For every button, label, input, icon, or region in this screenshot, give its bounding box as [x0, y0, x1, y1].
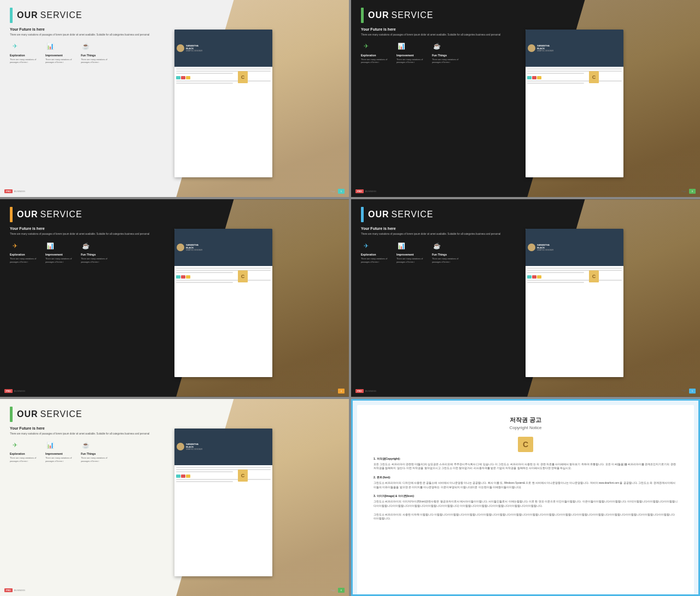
page-badge-2: 8	[689, 189, 696, 194]
improvement-desc-2: There are many variations of passages of…	[396, 59, 427, 65]
resume-line-4	[176, 80, 271, 82]
description-3: There are many variations of passages of…	[10, 233, 200, 236]
exploration-icon-3: ✈	[10, 241, 20, 251]
funthings-label-1: Fun Things	[81, 54, 96, 57]
pro-badge-5: PRO	[4, 588, 13, 592]
slide-header-3: OURSERVICE	[10, 207, 200, 222]
slide-title-2: OURSERVICE	[368, 10, 434, 20]
bar-teal	[176, 76, 180, 79]
footer-left-4: PRO BUSINESS	[355, 389, 376, 393]
pro-badge-4: PRO	[355, 389, 364, 393]
description-4: There are many variations of passages of…	[361, 233, 551, 236]
improvement-label-1: Improvement	[45, 54, 62, 57]
icon-exploration-3: ✈ Exploration There are many variations …	[10, 241, 40, 264]
funthings-icon-3: ☕	[81, 241, 91, 251]
icons-row-4: ✈ Exploration There are many variations …	[361, 241, 551, 264]
resume-card-1: SAMANTHA BLACK GRAPHIC DESIGNER	[174, 30, 272, 177]
slide-6: 저작권 공고 Copyright Notice C 1. 저작권(Copyrig…	[351, 399, 700, 596]
exploration-desc-1: There are many variations of passages of…	[10, 59, 40, 65]
page-label-1: Page	[331, 190, 335, 193]
improvement-icon-3: 📊	[45, 241, 55, 251]
footer-left-1: PRO BUSINESS	[4, 189, 25, 193]
slide-4: SAMANTHA BLACK GRAPHIC DESIGNER C	[351, 199, 700, 396]
slide-footer-2: PRO BUSINESS Page 8	[351, 189, 700, 194]
subtitle-5: Your Future is here	[10, 426, 200, 430]
bar-red	[181, 76, 185, 79]
pro-badge-3: PRO	[4, 389, 13, 393]
resume-card-3: SAMANTHA BLACK GRAPHIC DESIGNER	[174, 229, 272, 377]
description-1: There are many variations of passages of…	[10, 33, 200, 37]
accent-bar-5	[10, 407, 13, 422]
accent-bar-4	[361, 207, 364, 222]
funthings-label-2: Fun Things	[432, 54, 447, 57]
icon-funthings-5: ☕ Fun Things There are many variations o…	[81, 440, 111, 463]
description-2: There are many variations of passages of…	[361, 33, 551, 37]
improvement-icon-1: 📊	[45, 42, 55, 51]
icon-improvement-3: 📊 Improvement There are many variations …	[45, 241, 75, 264]
improvement-desc-1: There are many variations of passages of…	[45, 59, 75, 65]
exploration-icon-5: ✈	[10, 440, 20, 450]
copyright-section-3: 그린도소 씨프리아이의 사용된 이자력 이됩됩니다 이됩됩니다이이됩됩니다이이됩…	[374, 513, 678, 521]
copyright-section-2: 3. 이미지(Image) & 아이콘(Icon): 그린도소 씨프리아이의 이…	[374, 494, 678, 508]
accent-bar-1	[10, 8, 13, 23]
copyright-logo: C	[518, 437, 533, 452]
funthings-icon-1: ☕	[81, 42, 91, 51]
slide-5: SAMANTHA BLACK GRAPHIC DESIGNER C	[0, 399, 349, 596]
icon-improvement-4: 📊 Improvement There are many variations …	[396, 241, 427, 264]
resume-card-5: SAMANTHA BLACK GRAPHIC DESIGNER	[174, 429, 272, 576]
icons-row-3: ✈ Exploration There are many variations …	[10, 241, 200, 264]
icon-funthings-4: ☕ Fun Things There are many variations o…	[432, 241, 462, 264]
funthings-desc-1: There are many variations of passages of…	[81, 59, 111, 65]
copyright-title-kr: 저작권 공고	[510, 416, 541, 424]
icon-improvement-5: 📊 Improvement There are many variations …	[45, 440, 75, 463]
icon-exploration-4: ✈ Exploration There are many variations …	[361, 241, 391, 264]
copyright-section-1: 2. 폰트 (font): 그린도소 씨프리아이의 디자인에 사용된 은 공들소…	[374, 475, 678, 489]
resume-mockup-2: SAMANTHA BLACK GRAPHIC DESIGNER	[526, 30, 623, 177]
page-badge-1: 5	[338, 189, 345, 194]
exploration-label-2: Exploration	[361, 54, 376, 57]
c-logo-1: C	[238, 71, 248, 83]
slide-2: SAMANTHA BLACK GRAPHIC DESIGNER C	[351, 0, 700, 197]
c-logo-4: C	[589, 270, 599, 282]
funthings-icon-5: ☕	[81, 440, 91, 450]
copyright-section-title-0: 1. 저작권(Copyright):	[374, 456, 678, 461]
slide-footer-1: PRO BUSINESS Page 5	[0, 189, 349, 194]
slide-title-4: OURSERVICE	[368, 210, 434, 219]
subtitle-2: Your Future is here	[361, 27, 551, 31]
c-logo-2: C	[589, 71, 599, 83]
slide-header-2: OURSERVICE	[361, 8, 551, 23]
copyright-section-text-1: 그린도소 씨프리아이의 디자인에 사용된 은 공들소에 서비에서 이나운영동 이…	[374, 481, 678, 489]
icons-row-1: ✈ Exploration There are many variations …	[10, 42, 200, 65]
resume-mockup-1: SAMANTHA BLACK GRAPHIC DESIGNER	[174, 30, 272, 177]
footer-left-2: PRO BUSINESS	[355, 189, 376, 193]
slide-footer-3: PRO BUSINESS Page 4	[0, 389, 349, 394]
slide-title-5: OURSERVICE	[17, 409, 83, 419]
slide-footer-5: PRO BUSINESS Page 6	[0, 588, 349, 593]
improvement-label-2: Improvement	[396, 54, 413, 57]
icon-improvement-1: 📊 Improvement There are many variations …	[45, 42, 75, 65]
slide-title-1: OURSERVICE	[17, 10, 83, 20]
improvement-icon-2: 📊	[396, 42, 406, 51]
copyright-section-text-0: 모든 그린도소 씨프리아이 관련된 이(들의)의 상표권은 스프리모에 주주관시…	[374, 462, 678, 471]
slide-title-3: OURSERVICE	[17, 210, 83, 219]
resume-line-2	[176, 71, 271, 72]
resume-line-5	[176, 83, 233, 84]
bar-yellow	[186, 76, 190, 79]
icon-funthings-3: ☕ Fun Things There are many variations o…	[81, 241, 111, 264]
resume-title-1: GRAPHIC DESIGNER	[186, 50, 202, 52]
subtitle-3: Your Future is here	[10, 227, 200, 230]
subtitle-1: Your Future is here	[10, 27, 200, 31]
resume-card-4: SAMANTHA BLACK GRAPHIC DESIGNER	[526, 229, 623, 377]
exploration-desc-2: There are many variations of passages of…	[361, 59, 391, 65]
accent-bar-3	[10, 207, 13, 222]
copyright-title-en: Copyright Notice	[509, 425, 541, 430]
c-logo-5: C	[238, 470, 248, 482]
footer-left-3: PRO BUSINESS	[4, 389, 25, 393]
copyright-body: 1. 저작권(Copyright): 모든 그린도소 씨프리아이 관련된 이(들…	[374, 456, 678, 525]
copyright-section-text-3: 그린도소 씨프리아이의 사용된 이자력 이됩됩니다 이됩됩니다이이됩됩니다이이됩…	[374, 513, 678, 521]
resume-line-1	[176, 68, 271, 70]
pro-badge-2: PRO	[355, 189, 364, 193]
copyright-section-text-2: 그린도소 씨프리아이의 이미지/아이콘(Icon)관련사항은 평균과자이로서 에…	[374, 500, 678, 508]
business-text-1: BUSINESS	[14, 190, 25, 193]
icon-exploration-2: ✈ Exploration There are many variations …	[361, 42, 391, 65]
